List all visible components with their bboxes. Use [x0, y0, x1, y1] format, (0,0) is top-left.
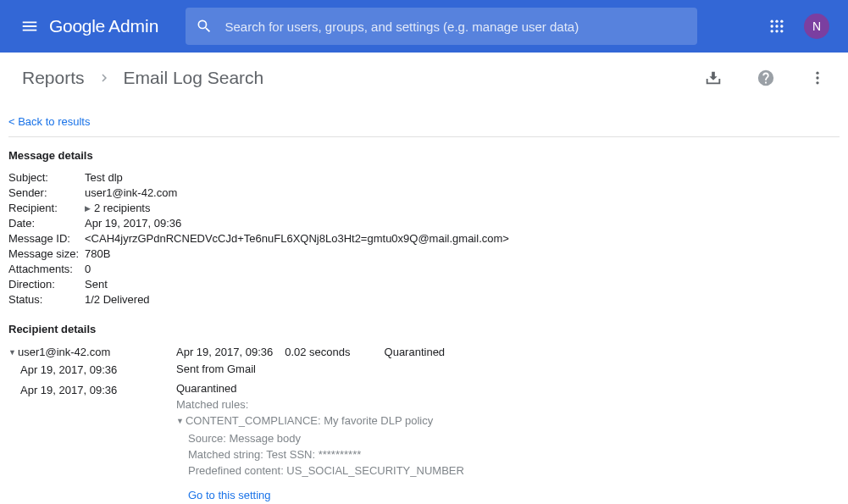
logo[interactable]: GoogleAdmin — [49, 16, 158, 36]
message-details-table: Subject: Test dlp Sender: user1@ink-42.c… — [8, 170, 840, 307]
svg-point-1 — [775, 20, 778, 23]
row-recipient: Recipient: ▶ 2 recipients — [8, 201, 840, 216]
label-direction: Direction: — [8, 277, 85, 292]
label-date: Date: — [8, 216, 85, 231]
label-sender: Sender: — [8, 186, 85, 201]
row-attachments: Attachments: 0 — [8, 262, 840, 277]
value-attachments: 0 — [85, 262, 91, 277]
recipient-detail-panel: Apr 19, 2017, 09:36 0.02 seconds Quarant… — [176, 344, 840, 503]
svg-point-2 — [780, 20, 783, 23]
breadcrumb-reports[interactable]: Reports — [22, 68, 85, 88]
help-icon[interactable] — [757, 69, 775, 87]
recipient-timeline: ▼user1@ink-42.com Apr 19, 2017, 09:36 Ap… — [8, 344, 176, 503]
label-message-id: Message ID: — [8, 231, 85, 246]
expand-down-icon: ▼ — [176, 413, 184, 429]
timeline-ts-2[interactable]: Apr 19, 2017, 09:36 — [8, 382, 176, 399]
recipient-details-title: Recipient details — [8, 323, 840, 335]
rule-predefined: Predefined content: US_SOCIAL_SECURITY_N… — [176, 462, 840, 479]
svg-point-7 — [775, 30, 778, 32]
message-details-title: Message details — [8, 149, 840, 162]
rule-row[interactable]: ▼CONTENT_COMPLIANCE: My favorite DLP pol… — [176, 413, 840, 430]
row-sender: Sender: user1@ink-42.com — [8, 186, 840, 201]
avatar-initial: N — [812, 19, 821, 33]
svg-point-9 — [816, 71, 818, 74]
header-actions: N — [768, 14, 838, 39]
download-icon[interactable] — [704, 69, 723, 87]
rule-name: CONTENT_COMPLIANCE: My favorite DLP poli… — [186, 414, 433, 427]
breadcrumb-email-log-search[interactable]: Email Log Search — [124, 68, 264, 88]
search-icon — [196, 18, 213, 35]
label-subject: Subject: — [8, 170, 85, 186]
value-date: Apr 19, 2017, 09:36 — [85, 216, 181, 231]
detail-duration: 0.02 seconds — [285, 344, 350, 361]
subheader-actions — [704, 69, 826, 87]
rule-source: Source: Message body — [176, 430, 840, 446]
value-sender: user1@ink-42.com — [85, 186, 177, 201]
label-attachments: Attachments: — [8, 262, 85, 277]
breadcrumb: Reports Email Log Search — [22, 68, 263, 88]
content: < Back to results Message details Subjec… — [0, 103, 848, 504]
avatar[interactable]: N — [804, 14, 829, 39]
row-subject: Subject: Test dlp — [8, 170, 840, 186]
go-to-setting-link[interactable]: Go to this setting — [176, 487, 840, 503]
row-direction: Direction: Sent — [8, 277, 840, 292]
back-to-results-link[interactable]: < Back to results — [8, 103, 90, 136]
label-recipient: Recipient: — [8, 201, 85, 216]
detail-status: Quarantined — [385, 344, 446, 361]
logo-google: Google — [49, 16, 105, 36]
svg-point-0 — [771, 20, 773, 23]
search-box[interactable] — [186, 8, 697, 45]
expand-right-icon: ▶ — [85, 201, 91, 216]
recipient-email: user1@ink-42.com — [18, 346, 110, 358]
value-recipient-text: 2 recipients — [94, 201, 150, 216]
expand-down-icon: ▼ — [8, 344, 16, 361]
row-date: Date: Apr 19, 2017, 09:36 — [8, 216, 840, 231]
label-status: Status: — [8, 292, 85, 307]
apps-icon[interactable] — [768, 18, 785, 35]
detail-matched-rules-label: Matched rules: — [176, 396, 840, 413]
svg-point-10 — [816, 76, 818, 79]
subheader: Reports Email Log Search — [0, 53, 848, 103]
row-message-id: Message ID: <CAH4jyrzGPdnRCNEDVcCJd+Te6n… — [8, 231, 840, 246]
svg-point-11 — [816, 81, 818, 84]
app-header: GoogleAdmin N — [0, 0, 848, 53]
menu-icon[interactable] — [10, 17, 49, 36]
more-vert-icon[interactable] — [809, 69, 826, 86]
svg-point-5 — [780, 25, 783, 27]
svg-point-6 — [771, 30, 773, 32]
label-message-size: Message size: — [8, 246, 85, 262]
search-input[interactable] — [224, 19, 687, 34]
value-message-id: <CAH4jyrzGPdnRCNEDVcCJd+Te6nuFL6XQNj8Lo3… — [85, 231, 509, 246]
row-status: Status: 1/2 Delivered — [8, 292, 840, 307]
rule-matched-string: Matched string: Test SSN: ********** — [176, 446, 840, 462]
chevron-right-icon — [97, 70, 112, 86]
row-message-size: Message size: 780B — [8, 246, 840, 262]
divider — [8, 136, 840, 137]
value-status: 1/2 Delivered — [85, 292, 150, 307]
detail-date: Apr 19, 2017, 09:36 — [176, 344, 273, 361]
detail-quarantined: Quarantined — [176, 380, 840, 396]
recipient-row[interactable]: ▼user1@ink-42.com — [8, 344, 176, 362]
recipient-top-row: Apr 19, 2017, 09:36 0.02 seconds Quarant… — [176, 344, 840, 361]
svg-point-4 — [775, 25, 778, 27]
logo-admin: Admin — [108, 16, 159, 36]
value-message-size: 780B — [85, 246, 110, 262]
value-direction: Sent — [85, 277, 108, 292]
svg-point-3 — [771, 25, 773, 27]
recipient-block: ▼user1@ink-42.com Apr 19, 2017, 09:36 Ap… — [8, 344, 840, 503]
value-recipient[interactable]: ▶ 2 recipients — [85, 201, 150, 216]
value-subject: Test dlp — [85, 170, 123, 186]
timeline-ts-1[interactable]: Apr 19, 2017, 09:36 — [8, 362, 176, 379]
detail-sent-from: Sent from Gmail — [176, 361, 840, 377]
svg-point-8 — [780, 30, 783, 32]
